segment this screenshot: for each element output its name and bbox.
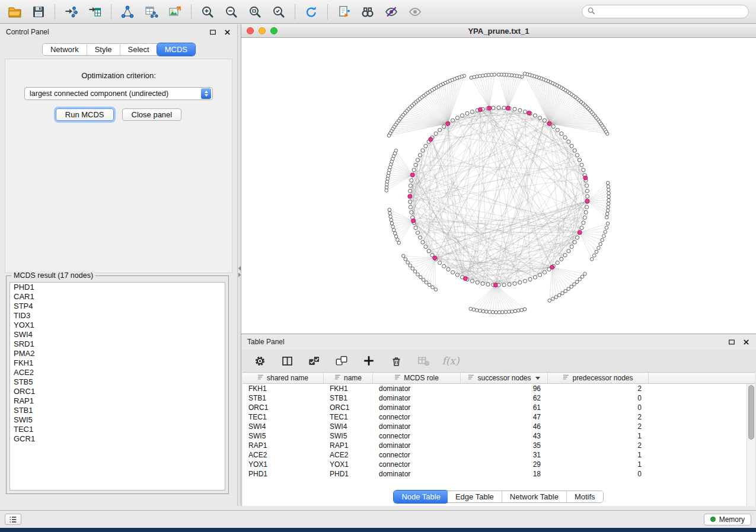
network-node[interactable]	[424, 144, 428, 148]
table-cell[interactable]: 43	[461, 432, 548, 440]
share-document-icon[interactable]	[336, 4, 352, 20]
table-cell[interactable]: 1	[548, 451, 649, 459]
table-cell[interactable]: SWI4	[324, 422, 373, 431]
network-node[interactable]	[475, 309, 479, 312]
network-node[interactable]	[554, 296, 558, 299]
network-node[interactable]	[388, 211, 392, 215]
network-node[interactable]	[607, 195, 611, 198]
table-row[interactable]: YOX1YOX1connector291	[243, 460, 755, 469]
close-window-icon[interactable]	[247, 27, 254, 34]
network-node[interactable]	[470, 110, 474, 113]
table-cell[interactable]: 47	[461, 413, 548, 421]
mcds-result-item[interactable]: STP4	[10, 302, 225, 311]
table-cell[interactable]: 18	[461, 470, 548, 478]
network-node[interactable]	[396, 238, 400, 242]
network-node[interactable]	[563, 254, 567, 257]
import-network-file-icon[interactable]	[63, 4, 79, 20]
table-cell[interactable]: FKH1	[324, 384, 373, 393]
deselect-all-rows-icon[interactable]	[335, 354, 348, 367]
network-node[interactable]	[605, 216, 608, 219]
network-node[interactable]	[446, 268, 450, 271]
find-icon[interactable]	[360, 4, 375, 20]
table-cell[interactable]: SWI5	[324, 432, 373, 440]
network-node[interactable]	[607, 188, 611, 192]
table-cell[interactable]: RAP1	[243, 441, 324, 450]
network-node[interactable]	[538, 116, 541, 120]
network-hub-node[interactable]	[547, 121, 551, 126]
table-cell[interactable]: dominator	[373, 441, 461, 450]
new-table-icon[interactable]	[143, 4, 159, 20]
tab-mcds[interactable]: MCDS	[157, 43, 195, 56]
network-node[interactable]	[575, 153, 579, 157]
zoom-selected-icon[interactable]	[271, 4, 286, 20]
memory-button[interactable]: Memory	[704, 514, 751, 525]
network-node[interactable]	[578, 158, 581, 162]
network-node[interactable]	[422, 278, 425, 282]
mcds-result-item[interactable]: STB1	[10, 406, 225, 415]
network-node[interactable]	[425, 281, 428, 284]
network-node[interactable]	[602, 235, 606, 238]
network-node[interactable]	[404, 258, 407, 261]
network-node[interactable]	[580, 275, 584, 278]
network-node[interactable]	[561, 291, 564, 295]
network-node[interactable]	[497, 106, 500, 110]
table-cell[interactable]: 2	[548, 422, 649, 431]
network-node[interactable]	[585, 184, 589, 187]
network-node[interactable]	[511, 310, 514, 313]
table-cell[interactable]: 31	[461, 451, 548, 459]
panel-splitter[interactable]	[237, 24, 241, 506]
network-node[interactable]	[606, 209, 610, 213]
table-cell[interactable]: 1	[548, 432, 649, 440]
table-cell[interactable]: RAP1	[324, 441, 373, 450]
table-cell[interactable]: SWI5	[243, 432, 324, 440]
network-node[interactable]	[385, 189, 388, 193]
network-node[interactable]	[595, 250, 598, 254]
network-node[interactable]	[438, 128, 442, 132]
network-node[interactable]	[390, 218, 393, 222]
network-node[interactable]	[607, 202, 610, 206]
table-row[interactable]: ACE2ACE2connector311	[243, 450, 755, 460]
network-node[interactable]	[469, 307, 473, 310]
network-node[interactable]	[573, 283, 576, 286]
table-row[interactable]: SWI4SWI4dominator462	[243, 422, 755, 431]
table-row[interactable]: ORC1ORC1dominator610	[243, 403, 755, 412]
network-node[interactable]	[607, 198, 611, 202]
network-node[interactable]	[575, 236, 579, 239]
table-cell[interactable]: PHD1	[324, 470, 373, 478]
mcds-result-item[interactable]: SWI5	[10, 415, 225, 425]
mcds-result-item[interactable]: CAR1	[10, 292, 225, 302]
table-cell[interactable]: 29	[461, 460, 548, 469]
network-node[interactable]	[442, 125, 446, 129]
zoom-out-icon[interactable]	[224, 4, 239, 20]
network-node[interactable]	[418, 153, 422, 157]
mcds-result-item[interactable]: TID3	[10, 311, 225, 321]
mcds-result-item[interactable]: SWI4	[10, 330, 225, 339]
network-node[interactable]	[599, 242, 602, 246]
network-node[interactable]	[583, 273, 587, 276]
network-node[interactable]	[414, 226, 417, 229]
network-node[interactable]	[513, 107, 516, 111]
network-hub-node[interactable]	[446, 121, 450, 126]
network-node[interactable]	[455, 116, 459, 120]
network-node[interactable]	[495, 310, 498, 314]
mcds-result-item[interactable]: YOX1	[10, 321, 225, 330]
network-node[interactable]	[606, 181, 610, 185]
network-node[interactable]	[393, 232, 397, 235]
network-node[interactable]	[605, 226, 608, 230]
network-node[interactable]	[476, 281, 479, 284]
table-cell[interactable]: dominator	[373, 470, 461, 478]
network-node[interactable]	[533, 114, 537, 117]
table-cell[interactable]: dominator	[373, 403, 461, 412]
network-hub-node[interactable]	[463, 277, 467, 281]
table-cell[interactable]: YOX1	[243, 460, 324, 469]
open-file-icon[interactable]	[7, 4, 23, 20]
table-cell[interactable]: 62	[461, 394, 548, 402]
network-node[interactable]	[427, 249, 430, 253]
delete-column-icon[interactable]	[390, 354, 403, 367]
close-table-panel-icon[interactable]	[742, 338, 750, 346]
network-node[interactable]	[578, 278, 582, 281]
network-node[interactable]	[604, 230, 607, 234]
network-node[interactable]	[419, 275, 422, 279]
table-cell[interactable]: PHD1	[243, 470, 324, 478]
network-node[interactable]	[580, 226, 583, 229]
